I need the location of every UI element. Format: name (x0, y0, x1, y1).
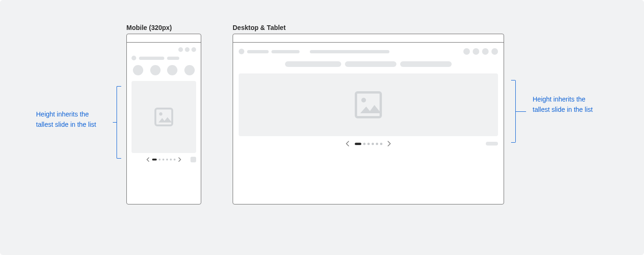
avatar-icon (191, 47, 196, 52)
svg-marker-1 (360, 105, 381, 114)
desktop-frame (233, 34, 504, 204)
diagram-stage: Mobile (320px) Desktop & Tablet Height i… (0, 0, 644, 255)
page-dot[interactable] (166, 159, 168, 160)
desktop-pager-row (239, 141, 498, 146)
mobile-frame (126, 34, 201, 204)
page-dot[interactable] (367, 143, 370, 145)
mobile-height-callout: Height inherits the tallest slide in the… (36, 109, 111, 130)
desktop-content (233, 43, 504, 146)
mobile-header-row (132, 56, 196, 60)
category-icon (150, 65, 161, 75)
category-icon (133, 65, 143, 75)
logo-icon (239, 49, 244, 54)
chevron-right-icon[interactable] (386, 141, 393, 146)
page-dot[interactable] (174, 159, 176, 160)
desktop-bracket (511, 80, 516, 143)
page-dot[interactable] (380, 143, 382, 145)
nav-item-placeholder (247, 50, 269, 53)
desktop-tabs-row (239, 61, 498, 67)
mobile-carousel-slide (132, 81, 196, 153)
avatar-icon (185, 47, 190, 52)
mobile-frame-label: Mobile (320px) (126, 24, 172, 31)
desktop-nav-left (239, 49, 389, 54)
chevron-left-icon[interactable] (145, 157, 151, 162)
search-placeholder (310, 50, 389, 53)
logo-icon (132, 56, 136, 60)
tab-placeholder (400, 61, 452, 67)
subtitle-placeholder (167, 57, 179, 60)
mobile-titlebar (127, 34, 201, 43)
tab-placeholder (345, 61, 396, 67)
image-placeholder-icon (355, 91, 382, 118)
tab-placeholder (285, 61, 341, 67)
desktop-carousel-slide (239, 73, 498, 136)
nav-item-placeholder (271, 50, 300, 53)
image-placeholder-icon (154, 108, 173, 126)
chevron-left-icon[interactable] (344, 141, 351, 146)
action-icon (482, 48, 489, 55)
mobile-top-icons (132, 47, 196, 52)
page-dot[interactable] (162, 159, 164, 160)
action-icon (491, 48, 498, 55)
category-icon (167, 65, 177, 75)
page-dot[interactable] (376, 143, 378, 145)
avatar-icon (178, 47, 183, 52)
svg-marker-0 (159, 117, 172, 123)
mobile-content (127, 43, 201, 162)
desktop-frame-label: Desktop & Tablet (233, 24, 285, 31)
action-icon (473, 48, 479, 55)
desktop-nav-right (463, 48, 498, 55)
mobile-bracket (117, 86, 121, 159)
page-dot[interactable] (152, 159, 157, 160)
title-placeholder (139, 57, 164, 60)
desktop-header-row (239, 48, 498, 55)
chevron-right-icon[interactable] (176, 157, 183, 162)
mobile-bracket-stem (113, 122, 117, 123)
mobile-corner-tag (190, 157, 196, 162)
page-dot[interactable] (159, 159, 161, 160)
mountain-icon (158, 117, 173, 123)
mobile-pager-row (132, 157, 196, 162)
mobile-category-row (132, 65, 196, 75)
mobile-pagination (145, 157, 183, 162)
desktop-bracket-stem (516, 111, 526, 112)
desktop-height-callout: Height inherits the tallest slide in the… (533, 94, 607, 115)
action-icon (463, 48, 470, 55)
page-dot[interactable] (372, 143, 374, 145)
page-dot[interactable] (363, 143, 366, 145)
mountain-icon (359, 104, 382, 113)
page-dot[interactable] (355, 143, 361, 145)
desktop-titlebar (233, 34, 504, 43)
category-icon (184, 65, 195, 75)
desktop-corner-tag (486, 142, 498, 146)
desktop-pagination (344, 141, 393, 146)
page-dot[interactable] (170, 159, 172, 160)
